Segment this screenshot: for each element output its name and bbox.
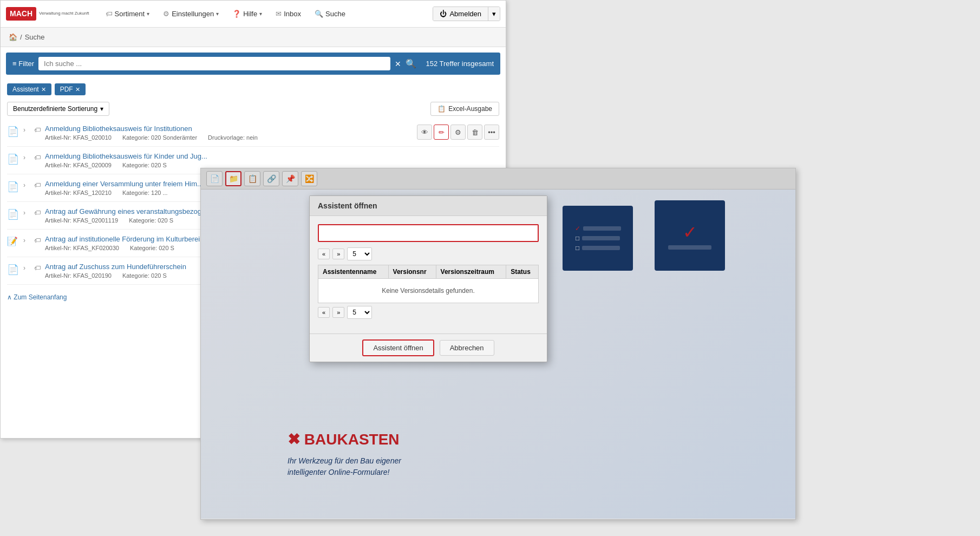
document-icon: 📄	[7, 125, 23, 138]
modal-search-input[interactable]	[318, 224, 539, 242]
view-button[interactable]: 👁	[417, 125, 432, 140]
delete-button[interactable]: 🗑	[467, 125, 482, 140]
result-title[interactable]: Anmeldung Bibliotheksausweis für Institu…	[45, 125, 417, 133]
modal-body: « » 5 10 25 50 Assistentenname Versionsn…	[310, 216, 547, 334]
home-icon[interactable]: 🏠	[9, 33, 17, 41]
modal-page-first-button[interactable]: «	[318, 249, 330, 259]
logo: MACH Verwaltung macht Zukunft	[6, 7, 89, 21]
nav-hilfe[interactable]: ❓ Hilfe ▾	[227, 6, 267, 21]
table-row: Keine Versionsdetails gefunden.	[318, 279, 539, 303]
document-icon: 📄	[7, 152, 23, 165]
modal-page-next-button[interactable]: »	[332, 249, 344, 259]
nav-einstellungen[interactable]: ⚙ Einstellungen ▾	[158, 6, 224, 21]
filter-button[interactable]: ≡ Filter	[12, 60, 34, 68]
modal-assistent-offnen: Assistent öffnen « » 5 10 25 50	[309, 195, 547, 362]
modal-per-page-select-bottom[interactable]: 5 10 25 50	[347, 306, 372, 319]
inbox-icon: ✉	[276, 10, 282, 18]
breadcrumb-current: Suche	[25, 33, 45, 41]
clear-icon[interactable]: ✕	[395, 60, 401, 68]
abmelden-dropdown-arrow[interactable]: ▾	[488, 7, 500, 21]
document-icon: 📄	[7, 263, 23, 276]
scroll-top-button[interactable]: ∧ Zum Seitenanfang	[7, 293, 67, 301]
result-item-body: Anmeldung Bibliotheksausweis für Kinder …	[45, 152, 499, 168]
chevron-down-icon: ▾	[147, 11, 149, 17]
chevron-right-icon: ›	[23, 207, 34, 217]
modal-empty-message: Keine Versionsdetails gefunden.	[318, 279, 539, 303]
modal-table: Assistentenname Versionsnr Versionszeitr…	[318, 265, 539, 303]
search-icon: 🔍	[315, 10, 323, 18]
result-count: 152 Treffer insgesamt	[426, 60, 494, 68]
result-item-body: Anmeldung Bibliotheksausweis für Institu…	[45, 125, 417, 141]
gear-icon: ⚙	[163, 10, 169, 18]
chevron-right-icon: ›	[23, 263, 34, 272]
edit-button[interactable]: ✏	[434, 125, 449, 140]
help-icon: ❓	[232, 10, 241, 18]
tag-icon: 🏷	[34, 235, 45, 244]
tag-icon: 🏷	[34, 152, 45, 161]
chevron-down-icon: ▾	[216, 11, 219, 17]
tag-icon: 🏷	[34, 180, 45, 189]
tag-pdf[interactable]: PDF ✕	[55, 83, 86, 95]
document-icon: 📄	[7, 207, 23, 220]
logo-box: MACH	[6, 7, 36, 21]
search-bar: ≡ Filter ✕ 🔍 152 Treffer insgesamt	[6, 53, 500, 75]
modal-page-first-btn-bottom[interactable]: «	[318, 307, 330, 318]
col-status: Status	[506, 265, 539, 279]
excel-icon: 📋	[437, 105, 446, 113]
tag-icon: 🏷	[106, 10, 113, 18]
tags-row: Assistent ✕ PDF ✕	[1, 80, 506, 99]
logo-subtitle: Verwaltung macht Zukunft	[39, 11, 89, 16]
search-go-icon[interactable]: 🔍	[406, 58, 416, 69]
chevron-down-icon: ▾	[100, 105, 103, 113]
result-actions: 👁 ✏ ⚙ 🗑 •••	[417, 125, 499, 140]
modal-overlay: Assistent öffnen « » 5 10 25 50	[201, 168, 795, 519]
modal-footer: Assistent öffnen Abbrechen	[310, 334, 547, 362]
chevron-right-icon: ›	[23, 125, 34, 134]
tag-assistent[interactable]: Assistent ✕	[7, 83, 51, 95]
settings-button[interactable]: ⚙	[450, 125, 466, 140]
sort-dropdown[interactable]: Benutzerdefinierte Sortierung ▾	[7, 102, 109, 116]
sort-row: Benutzerdefinierte Sortierung ▾ 📋 Excel-…	[1, 99, 506, 119]
chevron-right-icon: ›	[23, 235, 34, 244]
search-input[interactable]	[38, 57, 390, 70]
remove-tag-assistent-icon[interactable]: ✕	[41, 86, 46, 93]
tag-icon: 🏷	[34, 207, 45, 217]
modal-page-next-btn-bottom[interactable]: »	[332, 307, 344, 318]
nav-sortiment[interactable]: 🏷 Sortiment ▾	[100, 6, 155, 21]
chevron-down-icon: ▾	[492, 10, 496, 18]
abmelden-button[interactable]: ⏻ Abmelden	[433, 7, 488, 21]
table-row: 📄 › 🏷 Anmeldung Bibliotheksausweis für I…	[7, 119, 499, 147]
col-versionszeitraum: Versionszeitraum	[436, 265, 506, 279]
chevron-down-icon: ▾	[259, 11, 262, 17]
modal-per-page-select[interactable]: 5 10 25 50	[347, 247, 372, 260]
modal-pagination-top: « » 5 10 25 50	[318, 247, 539, 260]
nav-inbox[interactable]: ✉ Inbox	[270, 6, 306, 21]
excel-button[interactable]: 📋 Excel-Ausgabe	[430, 102, 499, 116]
col-versionsnr: Versionsnr	[388, 265, 436, 279]
tag-icon: 🏷	[34, 125, 45, 134]
chevron-right-icon: ›	[23, 152, 34, 161]
document-icon: 📄	[7, 180, 23, 193]
result-meta: Artikel-Nr: KFAS_020010 Kategorie: 020 S…	[45, 134, 417, 141]
document-code-icon: 📝	[7, 235, 23, 246]
abmelden-button-group: ⏻ Abmelden ▾	[433, 6, 500, 21]
power-icon: ⏻	[440, 10, 447, 18]
navbar: MACH Verwaltung macht Zukunft 🏷 Sortimen…	[1, 1, 506, 28]
modal-cancel-button[interactable]: Abbrechen	[440, 340, 494, 356]
modal-open-button[interactable]: Assistent öffnen	[362, 339, 434, 356]
nav-suche[interactable]: 🔍 Suche	[309, 6, 351, 21]
result-title[interactable]: Anmeldung Bibliotheksausweis für Kinder …	[45, 152, 499, 160]
breadcrumb: 🏠 / Suche	[1, 28, 506, 47]
col-assistentenname: Assistentenname	[318, 265, 389, 279]
modal-pagination-bottom: « » 5 10 25 50	[318, 306, 539, 319]
remove-tag-pdf-icon[interactable]: ✕	[75, 86, 80, 93]
second-window: 📄 📁 📋 🔗 📌 🔀 ✖ BAUKASTEN Ihr Werkzeug für…	[200, 168, 796, 520]
modal-title: Assistent öffnen	[310, 196, 547, 216]
tag-icon: 🏷	[34, 263, 45, 272]
more-button[interactable]: •••	[484, 125, 499, 140]
chevron-right-icon: ›	[23, 180, 34, 189]
